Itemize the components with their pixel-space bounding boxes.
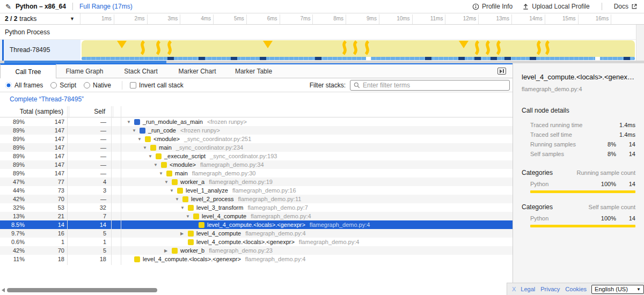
ruler-tick-label: 11ms xyxy=(412,16,443,22)
process-track-label: Python Process xyxy=(5,28,50,36)
thread-track-header[interactable]: Thread-78495 xyxy=(0,40,80,61)
radio-script[interactable]: Script xyxy=(50,82,76,89)
full-range-breadcrumb[interactable]: Full Range (17ms) xyxy=(79,3,133,10)
self-column-header[interactable]: Self xyxy=(70,108,105,115)
jank-marker-icon xyxy=(263,41,273,48)
filter-stacks-input[interactable] xyxy=(363,82,506,89)
call-tree-row[interactable]: 8.5%1414level_4_compute.<locals>.<genexp… xyxy=(0,220,513,229)
collapse-twisty-icon[interactable]: ▼ xyxy=(186,214,193,219)
call-node: level_4_compute.<locals>.<genexpr>flameg… xyxy=(180,238,359,246)
call-tree-row[interactable]: 0.6%11level_4_compute.<locals>.<genexpr>… xyxy=(0,238,513,246)
total-samples-cell: 147 xyxy=(27,117,64,126)
collapse-twisty-icon[interactable]: ▼ xyxy=(159,171,166,176)
tab-call-tree[interactable]: Call Tree xyxy=(0,63,56,78)
total-samples-cell: 1 xyxy=(27,238,64,246)
call-tree-row[interactable]: 11%1818level_4_compute.<locals>.<genexpr… xyxy=(0,255,513,263)
profile-info-button[interactable]: Profile Info xyxy=(472,3,513,10)
time-ruler[interactable]: 1ms2ms3ms4ms5ms6ms7ms8ms9ms10ms11ms12ms1… xyxy=(80,13,644,24)
chevron-down-icon: ▼ xyxy=(636,287,641,292)
categories-heading: Categories xyxy=(522,203,589,211)
call-node: ▼mainflamegraph_demo.py:30 xyxy=(159,169,255,178)
edit-profile-name-icon[interactable]: ✎ xyxy=(5,3,11,11)
footer-link-legal[interactable]: Legal xyxy=(521,286,535,292)
upload-local-profile-button[interactable]: Upload Local Profile xyxy=(522,3,589,10)
call-tree-row[interactable]: 89%147—▼_run_code<frozen runpy> xyxy=(0,126,513,135)
call-tree-row[interactable]: 47%774▼worker_aflamegraph_demo.py:19 xyxy=(0,178,513,186)
collapse-twisty-icon[interactable]: ▼ xyxy=(148,154,156,159)
total-samples-cell: 16 xyxy=(27,229,64,238)
range-breadcrumb-link[interactable]: Complete “Thread-78495” xyxy=(10,95,84,103)
radio-icon[interactable] xyxy=(84,82,90,88)
call-tree-row[interactable]: 32%5332▼level_3_transformflamegraph_demo… xyxy=(0,203,513,212)
jank-marker-icon xyxy=(497,41,500,54)
thread-activity-canvas[interactable] xyxy=(80,40,636,61)
collapse-twisty-icon[interactable]: ▼ xyxy=(175,197,182,202)
chevron-down-icon[interactable]: ▼ xyxy=(70,16,75,21)
scroll-left-arrow[interactable] xyxy=(2,288,5,292)
call-tree-row[interactable]: 89%147—▼main_sync_coordinator.py:234 xyxy=(0,143,513,152)
category-name: Python xyxy=(522,215,595,222)
footer-close-button[interactable]: X xyxy=(512,286,516,292)
detail-label: Self samples xyxy=(522,151,595,157)
call-tree-row[interactable]: 44%733▼level_1_analyzeflamegraph_demo.py… xyxy=(0,186,513,195)
tab-marker-chart[interactable]: Marker Chart xyxy=(169,64,225,78)
collapse-twisty-icon[interactable]: ▼ xyxy=(153,163,161,167)
self-samples-cell: — xyxy=(70,143,106,152)
collapse-twisty-icon[interactable]: ▼ xyxy=(137,137,145,142)
footer-link-cookies[interactable]: Cookies xyxy=(565,286,587,292)
category-row: Python100%14 xyxy=(522,214,635,223)
collapse-twisty-icon[interactable]: ▼ xyxy=(132,128,140,133)
column-divider xyxy=(69,106,69,118)
tab-stack-chart[interactable]: Stack Chart xyxy=(113,64,169,78)
scrollbar-thumb[interactable] xyxy=(7,288,157,292)
collapse-twisty-icon[interactable]: ▼ xyxy=(143,145,150,150)
radio-icon[interactable] xyxy=(50,82,57,88)
sidebar-toggle-button[interactable] xyxy=(497,68,506,75)
call-tree-row[interactable]: 89%147—▼mainflamegraph_demo.py:30 xyxy=(0,169,513,178)
docs-link[interactable]: Docs xyxy=(614,3,638,10)
expand-twisty-icon[interactable]: ▶ xyxy=(180,231,188,236)
call-tree-row[interactable]: 42%70—▼level_2_processflamegraph_demo.py… xyxy=(0,195,513,203)
process-track-header[interactable]: Python Process xyxy=(0,25,644,40)
expand-twisty-icon[interactable]: ▶ xyxy=(164,248,172,253)
total-samples-cell: 53 xyxy=(27,203,64,212)
frame-category-icon xyxy=(134,119,140,125)
self-samples-cell: — xyxy=(70,135,106,143)
cpu-activity-graph[interactable] xyxy=(82,40,635,57)
radio-native[interactable]: Native xyxy=(84,82,111,89)
ruler-tick-label: 14ms xyxy=(511,16,543,22)
self-samples-cell: 4 xyxy=(70,178,106,186)
tracks-dropdown[interactable]: 2 / 2 tracks ▼ xyxy=(0,13,80,24)
jank-marker-icon xyxy=(487,41,489,54)
tab-flame-graph[interactable]: Flame Graph xyxy=(56,64,113,78)
call-tree-row[interactable]: 9.7%165▶level_4_computeflamegraph_demo.p… xyxy=(0,229,513,238)
call-tree-row[interactable]: 89%147—▼_run_module_as_main<frozen runpy… xyxy=(0,117,513,126)
collapse-twisty-icon[interactable]: ▼ xyxy=(164,180,172,185)
invert-call-stack-checkbox[interactable]: Invert call stack xyxy=(130,82,184,89)
sample-cluster xyxy=(425,57,431,60)
frame-category-icon xyxy=(199,222,204,228)
radio-all-frames[interactable]: All frames xyxy=(5,82,43,89)
call-tree-row[interactable]: 89%147—▼<module>flamegraph_demo.py:34 xyxy=(0,160,513,169)
call-tree-row[interactable]: 89%147—▼<module>_sync_coordinator.py:251 xyxy=(0,135,513,143)
call-tree-row[interactable]: 89%147—▼_execute_script_sync_coordinator… xyxy=(0,152,513,160)
tracks-scrollbar[interactable] xyxy=(636,25,644,61)
selected-node-title: level_4_compute.<locals>.<genexpr> xyxy=(522,73,635,81)
call-tree-row[interactable]: 13%217▼level_4_computeflamegraph_demo.py… xyxy=(0,212,513,220)
total-percent-cell: 89% xyxy=(0,117,25,126)
call-node: ▼_run_module_as_main<frozen runpy> xyxy=(127,117,247,126)
footer-link-privacy[interactable]: Privacy xyxy=(540,286,560,292)
tab-marker-table[interactable]: Marker Table xyxy=(225,64,282,78)
sample-strip[interactable] xyxy=(82,57,635,60)
file-location: flamegraph_demo.py:4 xyxy=(245,256,306,262)
radio-icon[interactable] xyxy=(5,82,12,88)
collapse-twisty-icon[interactable]: ▼ xyxy=(180,205,188,210)
call-tree-row[interactable]: 42%705▶worker_bflamegraph_demo.py:23 xyxy=(0,246,513,255)
frame-category-icon xyxy=(166,171,172,176)
collapse-twisty-icon[interactable]: ▼ xyxy=(127,120,134,124)
language-select[interactable]: English (US) ▼ xyxy=(591,285,644,294)
collapse-twisty-icon[interactable]: ▼ xyxy=(170,188,177,193)
total-samples-column-header[interactable]: Total (samples) xyxy=(0,108,63,115)
detail-value: 14 xyxy=(616,141,635,148)
checkbox-icon[interactable] xyxy=(130,82,136,88)
